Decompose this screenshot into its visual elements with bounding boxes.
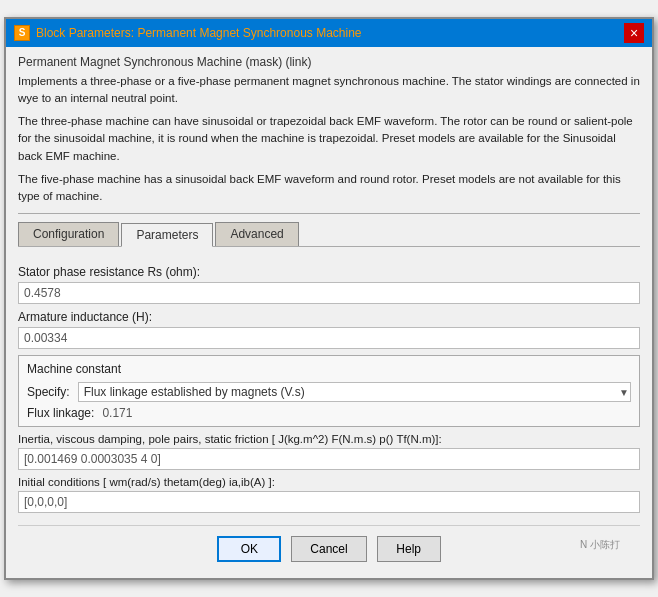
stator-input[interactable] — [18, 282, 640, 304]
tabs-bar: Configuration Parameters Advanced — [18, 222, 640, 247]
inertia-section: Inertia, viscous damping, pole pairs, st… — [18, 433, 640, 470]
title-name: Permanent Magnet Synchronous Machine — [137, 26, 361, 40]
flux-value: 0.171 — [102, 406, 132, 420]
machine-constant-title: Machine constant — [27, 362, 631, 376]
button-row: OK Cancel Help — [18, 525, 640, 570]
cancel-button[interactable]: Cancel — [291, 536, 366, 562]
desc1: Implements a three-phase or a five-phase… — [18, 73, 640, 108]
armature-input[interactable] — [18, 327, 640, 349]
initial-label: Initial conditions [ wm(rad/s) thetam(de… — [18, 476, 640, 488]
help-button[interactable]: Help — [377, 536, 441, 562]
form-section: Stator phase resistance Rs (ohm): Armatu… — [18, 255, 640, 517]
bottom-wrapper: OK Cancel Help N 小陈打 — [18, 525, 640, 570]
title-bar: S Block Parameters: Permanent Magnet Syn… — [6, 19, 652, 47]
desc2: The three-phase machine can have sinusoi… — [18, 113, 640, 165]
tab-configuration[interactable]: Configuration — [18, 222, 119, 246]
ok-button[interactable]: OK — [217, 536, 281, 562]
dialog-content: Permanent Magnet Synchronous Machine (ma… — [6, 47, 652, 579]
tab-parameters[interactable]: Parameters — [121, 223, 213, 247]
title-text: Block Parameters: Permanent Magnet Synch… — [36, 26, 362, 40]
tab-advanced[interactable]: Advanced — [215, 222, 298, 246]
specify-select-wrapper: Flux linkage established by magnets (V.s… — [78, 382, 631, 402]
watermark: N 小陈打 — [580, 538, 620, 552]
description-block: Implements a three-phase or a five-phase… — [18, 73, 640, 215]
main-dialog: S Block Parameters: Permanent Magnet Syn… — [4, 17, 654, 581]
specify-row: Specify: Flux linkage established by mag… — [27, 382, 631, 402]
stator-label: Stator phase resistance Rs (ohm): — [18, 265, 640, 279]
desc3: The five-phase machine has a sinusoidal … — [18, 171, 640, 206]
inertia-input[interactable] — [18, 448, 640, 470]
title-icon: S — [14, 25, 30, 41]
title-bar-left: S Block Parameters: Permanent Magnet Syn… — [14, 25, 362, 41]
close-button[interactable]: × — [624, 23, 644, 43]
initial-section: Initial conditions [ wm(rad/s) thetam(de… — [18, 476, 640, 513]
machine-constant-box: Machine constant Specify: Flux linkage e… — [18, 355, 640, 427]
specify-label: Specify: — [27, 385, 70, 399]
title-prefix: Block Parameters: — [36, 26, 137, 40]
initial-input[interactable] — [18, 491, 640, 513]
flux-label: Flux linkage: — [27, 406, 94, 420]
header-line: Permanent Magnet Synchronous Machine (ma… — [18, 55, 640, 69]
flux-row: Flux linkage: 0.171 — [27, 406, 631, 420]
armature-label: Armature inductance (H): — [18, 310, 640, 324]
inertia-label: Inertia, viscous damping, pole pairs, st… — [18, 433, 640, 445]
specify-select[interactable]: Flux linkage established by magnets (V.s… — [78, 382, 631, 402]
